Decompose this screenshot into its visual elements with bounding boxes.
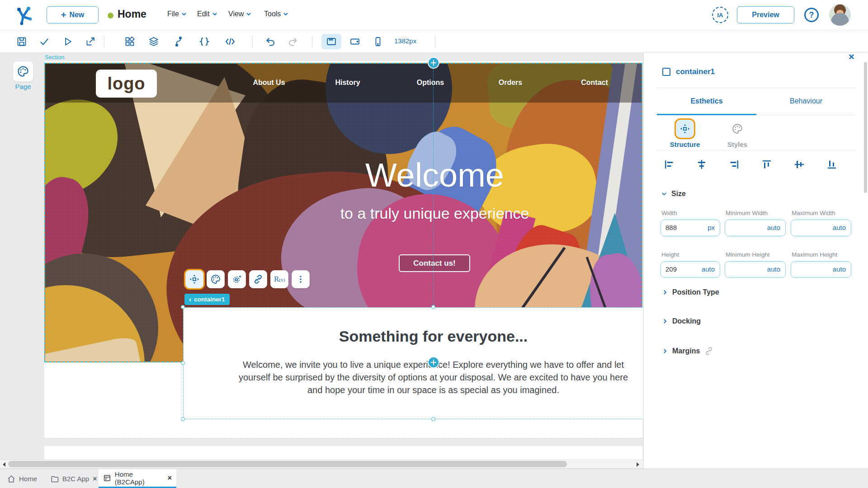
site-logo[interactable]: logo — [96, 70, 157, 98]
width-input[interactable] — [665, 220, 701, 235]
selection-handle[interactable] — [431, 305, 435, 309]
scroll-left-icon[interactable] — [3, 462, 5, 467]
min-height-field[interactable]: auto — [725, 261, 786, 278]
width-field[interactable]: px — [660, 220, 720, 236]
code-icon[interactable] — [225, 36, 236, 47]
align-center-horizontal-icon[interactable] — [696, 159, 707, 170]
min-width-unit[interactable]: auto — [767, 224, 780, 231]
menu-view[interactable]: View — [228, 10, 251, 18]
nav-item-contact[interactable]: Contact — [581, 79, 608, 87]
toolbar-separator — [252, 36, 253, 47]
help-icon[interactable]: ? — [804, 8, 819, 22]
page-sheet-footer — [44, 446, 642, 460]
size-section-header[interactable]: Size — [661, 190, 686, 198]
position-type-section-header[interactable]: Position Type — [662, 288, 719, 296]
selection-handle[interactable] — [181, 305, 185, 309]
site-logo-text: logo — [107, 74, 145, 94]
menu-edit[interactable]: Edit — [197, 10, 217, 18]
max-width-unit[interactable]: auto — [833, 224, 846, 231]
nav-item-history[interactable]: History — [335, 79, 360, 87]
menu-file[interactable]: File — [167, 10, 187, 18]
min-width-input[interactable] — [730, 220, 766, 235]
new-button[interactable]: + New — [47, 6, 99, 23]
structure-tool-button[interactable] — [185, 270, 203, 288]
tab-b2c-app[interactable]: B2C App × — [46, 469, 102, 488]
tab-home-b2capp[interactable]: Home (B2CApp) × — [99, 469, 176, 488]
undo-icon[interactable] — [265, 36, 276, 47]
formula-tool-button[interactable]: R(x) — [270, 270, 288, 288]
close-icon[interactable]: × — [168, 474, 172, 482]
field-label: Maximum Width — [792, 210, 835, 216]
app-logo-icon[interactable] — [12, 4, 34, 26]
device-phone-icon[interactable] — [373, 36, 383, 47]
subtab-structure[interactable]: Structure — [667, 120, 703, 148]
selection-handle[interactable] — [431, 417, 435, 421]
nav-item-about-us[interactable]: About Us — [253, 79, 285, 87]
max-height-field[interactable]: auto — [791, 261, 851, 278]
menu-tools[interactable]: Tools — [264, 10, 288, 18]
chevron-left-icon: ‹ — [189, 296, 191, 304]
section-top-add-handle[interactable] — [429, 58, 439, 68]
min-width-field[interactable]: auto — [725, 220, 786, 236]
tab-home[interactable]: Home — [3, 469, 42, 488]
min-height-input[interactable] — [730, 262, 766, 277]
tab-esthetics[interactable]: Esthetics — [657, 97, 756, 105]
element-checkbox[interactable] — [662, 68, 670, 76]
panel-scrollbar[interactable] — [864, 62, 867, 193]
styles-tool-button[interactable] — [207, 270, 225, 288]
height-unit[interactable]: auto — [702, 265, 715, 273]
height-input[interactable] — [665, 262, 701, 277]
nav-item-orders[interactable]: Orders — [499, 79, 522, 87]
align-top-icon[interactable] — [761, 159, 772, 170]
ia-badge-icon[interactable]: IA — [712, 7, 728, 23]
validate-icon[interactable] — [39, 36, 50, 47]
width-unit[interactable]: px — [708, 224, 715, 231]
device-desktop-icon[interactable] — [326, 36, 337, 47]
hero-title: Welcome — [45, 156, 642, 194]
docking-section-header[interactable]: Docking — [662, 317, 701, 325]
scroll-right-icon[interactable] — [637, 462, 639, 467]
braces-icon[interactable] — [199, 36, 210, 47]
nav-item-options[interactable]: Options — [417, 79, 444, 87]
max-width-field[interactable]: auto — [791, 220, 851, 236]
subtab-styles[interactable]: Styles — [719, 120, 755, 148]
link-tool-button[interactable] — [249, 270, 267, 288]
save-icon[interactable] — [16, 36, 27, 47]
container1-breadcrumb-badge[interactable]: ‹ container1 — [184, 294, 230, 305]
height-field[interactable]: auto — [660, 261, 720, 278]
scrollbar-thumb[interactable] — [8, 461, 567, 467]
export-icon[interactable] — [85, 36, 96, 47]
selection-handle[interactable] — [181, 417, 185, 421]
preview-button[interactable]: Preview — [737, 6, 794, 23]
device-tablet-icon[interactable] — [349, 36, 360, 47]
margins-section-header[interactable]: Margins — [662, 346, 714, 356]
run-icon[interactable] — [62, 36, 73, 47]
max-height-unit[interactable]: auto — [833, 265, 846, 273]
toolbar-separator — [435, 36, 435, 47]
page-palette-button[interactable] — [13, 61, 33, 82]
min-height-unit[interactable]: auto — [767, 265, 780, 273]
max-height-input[interactable] — [796, 262, 831, 277]
components-icon[interactable] — [124, 36, 135, 47]
integration-icon[interactable] — [173, 36, 184, 47]
settings-tool-button[interactable] — [228, 270, 246, 288]
menu-file-label: File — [167, 10, 179, 18]
horizontal-scrollbar[interactable] — [0, 460, 643, 469]
max-width-input[interactable] — [796, 220, 831, 235]
more-tool-button[interactable] — [292, 270, 310, 288]
selected-container1[interactable]: Something for everyone... Welcome, we in… — [183, 307, 643, 419]
avatar[interactable] — [829, 4, 851, 26]
selection-handle[interactable] — [181, 361, 185, 365]
align-bottom-icon[interactable] — [826, 159, 837, 170]
redo-icon[interactable] — [288, 36, 298, 47]
tab-behaviour[interactable]: Behaviour — [756, 97, 856, 105]
contact-us-button[interactable]: Contact us! — [399, 254, 470, 272]
align-left-icon[interactable] — [664, 159, 675, 170]
layers-icon[interactable] — [148, 36, 159, 47]
align-center-vertical-icon[interactable] — [794, 159, 805, 170]
folder-icon — [51, 475, 59, 483]
close-icon[interactable]: × — [93, 475, 97, 483]
align-right-icon[interactable] — [729, 159, 740, 170]
section-label[interactable]: Section — [45, 54, 64, 61]
section-bottom-add-handle[interactable] — [429, 357, 439, 367]
